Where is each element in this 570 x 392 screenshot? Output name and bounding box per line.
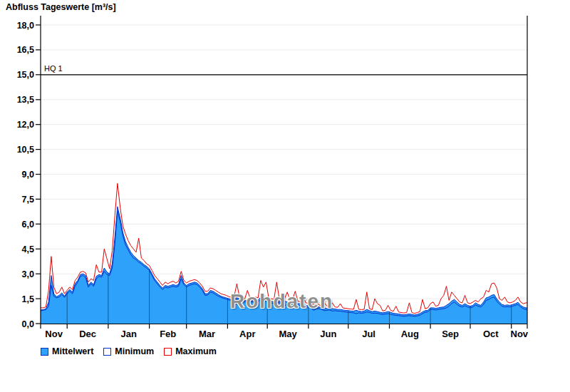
discharge-chart-window: 0,01,53,04,56,07,59,010,512,013,515,016,… bbox=[0, 0, 570, 392]
y-tick-label: 18,0 bbox=[17, 21, 34, 31]
y-tick-label: 6,0 bbox=[22, 220, 34, 229]
discharge-chart-canvas: 0,01,53,04,56,07,59,010,512,013,515,016,… bbox=[0, 0, 570, 392]
y-axis-labels: 0,01,53,04,56,07,59,010,512,013,515,016,… bbox=[17, 21, 34, 329]
month-label: Feb bbox=[160, 329, 176, 339]
y-tick-label: 7,5 bbox=[22, 195, 34, 205]
legend-label-minimum: Minimum bbox=[115, 346, 154, 356]
month-label: Sep bbox=[442, 329, 459, 339]
month-label: Nov bbox=[511, 329, 529, 339]
minimum-swatch-icon bbox=[103, 348, 111, 356]
y-tick-label: 16,5 bbox=[17, 45, 34, 55]
legend: Mittelwert Minimum Maximum bbox=[41, 346, 227, 356]
y-tick-label: 4,5 bbox=[22, 244, 34, 254]
mittelwert-swatch-icon bbox=[41, 348, 48, 356]
y-tick-label: 9,0 bbox=[22, 170, 34, 180]
month-label: Jul bbox=[362, 329, 375, 339]
month-label: May bbox=[279, 329, 297, 339]
legend-item-maximum: Maximum bbox=[164, 346, 217, 356]
month-label: Nov bbox=[45, 329, 63, 339]
page-title: Abfluss Tageswerte [m³/s] bbox=[6, 2, 116, 12]
month-label: Jan bbox=[121, 329, 137, 339]
month-label: Oct bbox=[483, 329, 499, 339]
y-tick-label: 12,0 bbox=[17, 120, 34, 130]
legend-item-mittelwert: Mittelwert bbox=[41, 346, 93, 356]
maximum-swatch-icon bbox=[164, 348, 172, 356]
legend-label-maximum: Maximum bbox=[175, 346, 217, 356]
month-label: Mar bbox=[199, 329, 215, 339]
legend-item-minimum: Minimum bbox=[103, 346, 154, 356]
y-tick-label: 1,5 bbox=[22, 294, 34, 304]
month-label: Aug bbox=[401, 329, 419, 339]
y-tick-label: 3,0 bbox=[22, 269, 34, 279]
y-tick-label: 0,0 bbox=[22, 319, 34, 329]
month-label: Apr bbox=[239, 329, 255, 339]
y-tick-label: 10,5 bbox=[17, 145, 34, 155]
month-label: Dec bbox=[79, 329, 96, 339]
x-axis-month-labels: NovDecJanFebMarAprMayJunJulAugSepOctNov bbox=[45, 329, 529, 339]
legend-label-mittelwert: Mittelwert bbox=[52, 346, 93, 356]
y-tick-label: 13,5 bbox=[17, 95, 34, 105]
month-label: Jun bbox=[320, 329, 336, 339]
y-tick-label: 15,0 bbox=[17, 70, 34, 80]
hq1-reference-label: HQ 1 bbox=[44, 64, 63, 73]
